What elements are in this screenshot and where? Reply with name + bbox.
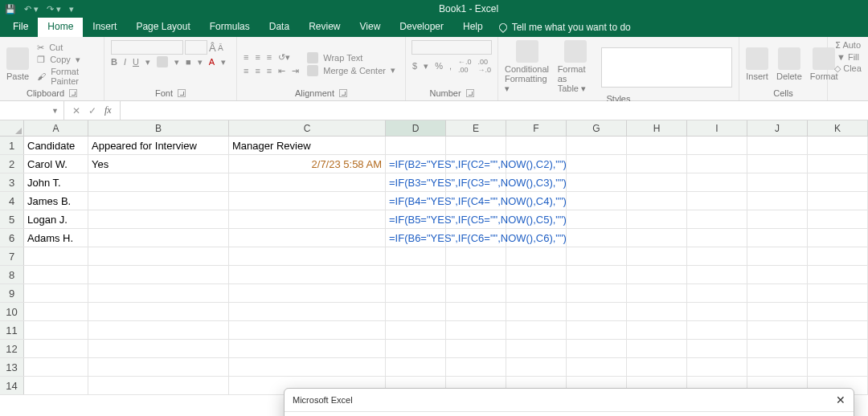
cell[interactable]: [808, 303, 868, 320]
fill-button[interactable]: ▼ Fill: [837, 52, 859, 62]
orientation-icon[interactable]: ↺▾: [278, 52, 290, 63]
cell[interactable]: [747, 358, 808, 376]
align-right-icon[interactable]: ≡: [267, 66, 272, 75]
cell-styles-gallery[interactable]: [601, 47, 732, 88]
cell[interactable]: [687, 210, 747, 228]
cell[interactable]: [229, 229, 386, 247]
decrease-font-icon[interactable]: Ǎ: [218, 43, 223, 52]
cell[interactable]: [747, 192, 808, 210]
cell[interactable]: [808, 284, 868, 302]
cell[interactable]: [229, 266, 386, 283]
cell[interactable]: [386, 137, 446, 154]
cell[interactable]: John T.: [24, 173, 88, 191]
cell[interactable]: [747, 284, 808, 302]
cell[interactable]: [808, 358, 868, 376]
cell[interactable]: =IF(B6="YES",IF(C6="",NOW(),C6),""): [386, 229, 446, 247]
cell[interactable]: [88, 192, 229, 210]
cell[interactable]: [386, 340, 446, 357]
cell[interactable]: [88, 210, 229, 228]
cell[interactable]: [687, 358, 747, 376]
row-header[interactable]: 7: [0, 247, 24, 265]
font-dialog-launcher[interactable]: [178, 89, 186, 97]
cell[interactable]: =IF(B5="YES",IF(C5="",NOW(),C5),""): [386, 210, 446, 228]
format-as-table-button[interactable]: Format asTable ▾: [558, 40, 594, 94]
row-header[interactable]: 9: [0, 284, 24, 302]
qat-customize-icon[interactable]: ▾: [69, 4, 74, 14]
name-box-dropdown-icon[interactable]: ▼: [51, 107, 59, 115]
copy-button[interactable]: ❐Copy ▾: [37, 55, 97, 65]
cell[interactable]: [687, 303, 747, 320]
cell[interactable]: [747, 155, 808, 173]
cell[interactable]: [506, 303, 567, 320]
cell[interactable]: [24, 377, 88, 394]
align-top-icon[interactable]: ≡: [244, 52, 248, 62]
cell[interactable]: [386, 358, 446, 376]
row-header[interactable]: 4: [0, 192, 24, 210]
row-header[interactable]: 14: [0, 377, 24, 394]
cell[interactable]: [446, 321, 506, 339]
redo-icon[interactable]: ↷ ▾: [47, 4, 61, 14]
cell[interactable]: [687, 340, 747, 357]
cell[interactable]: [747, 303, 808, 320]
cell[interactable]: [747, 137, 808, 154]
cell[interactable]: =IF(B4="YES",IF(C4="",NOW(),C4),""): [386, 192, 446, 210]
autosum-button[interactable]: Ʃ Auto: [835, 40, 861, 51]
col-header-D[interactable]: D: [386, 120, 446, 136]
cell[interactable]: [88, 229, 229, 247]
cell[interactable]: [88, 377, 229, 394]
cell[interactable]: [747, 340, 808, 357]
cell[interactable]: [24, 284, 88, 302]
cell[interactable]: [567, 192, 627, 210]
select-all-corner[interactable]: [0, 120, 24, 136]
cell[interactable]: [229, 284, 386, 302]
cell[interactable]: [567, 210, 627, 228]
cell[interactable]: [386, 266, 446, 283]
cell[interactable]: [446, 247, 506, 265]
col-header-F[interactable]: F: [506, 120, 567, 136]
cell[interactable]: [446, 303, 506, 320]
cell[interactable]: [506, 340, 567, 357]
col-header-C[interactable]: C: [229, 120, 386, 136]
cell[interactable]: [627, 137, 687, 154]
cell[interactable]: [567, 358, 627, 376]
cell[interactable]: [627, 210, 687, 228]
cell[interactable]: [567, 321, 627, 339]
align-center-icon[interactable]: ≡: [255, 66, 260, 75]
alignment-dialog-launcher[interactable]: [339, 89, 347, 97]
cell[interactable]: Logan J.: [24, 210, 88, 228]
col-header-B[interactable]: B: [88, 120, 229, 136]
col-header-J[interactable]: J: [747, 120, 808, 136]
cell[interactable]: [567, 303, 627, 320]
cell[interactable]: [747, 173, 808, 191]
underline-button[interactable]: U: [133, 57, 139, 67]
cell[interactable]: [24, 340, 88, 357]
cell[interactable]: [229, 321, 386, 339]
formula-input[interactable]: [121, 101, 868, 120]
tab-help[interactable]: Help: [453, 18, 493, 37]
merge-center-button[interactable]: Merge & Center ▾: [307, 65, 395, 76]
cell[interactable]: [24, 266, 88, 283]
cell[interactable]: [567, 266, 627, 283]
cell[interactable]: [808, 340, 868, 357]
cell[interactable]: [229, 192, 386, 210]
cut-button[interactable]: ✂Cut: [37, 43, 97, 53]
cell[interactable]: [88, 321, 229, 339]
tab-view[interactable]: View: [350, 18, 391, 37]
cell[interactable]: [808, 321, 868, 339]
cell[interactable]: [808, 266, 868, 283]
cell[interactable]: [627, 266, 687, 283]
insert-cells-button[interactable]: Insert: [746, 47, 768, 81]
cell[interactable]: [88, 303, 229, 320]
increase-indent-icon[interactable]: ⇥: [292, 66, 299, 76]
bold-button[interactable]: B: [111, 57, 117, 67]
clear-button[interactable]: ◇ Clea: [834, 63, 862, 74]
cell[interactable]: Candidate: [24, 137, 88, 154]
cell[interactable]: [88, 247, 229, 265]
cell[interactable]: [229, 247, 386, 265]
cell[interactable]: Yes: [88, 155, 229, 173]
fx-icon[interactable]: fx: [104, 104, 112, 116]
tab-data[interactable]: Data: [260, 18, 299, 37]
font-family-dropdown[interactable]: [111, 40, 183, 55]
cell[interactable]: [687, 173, 747, 191]
cell[interactable]: [88, 358, 229, 376]
